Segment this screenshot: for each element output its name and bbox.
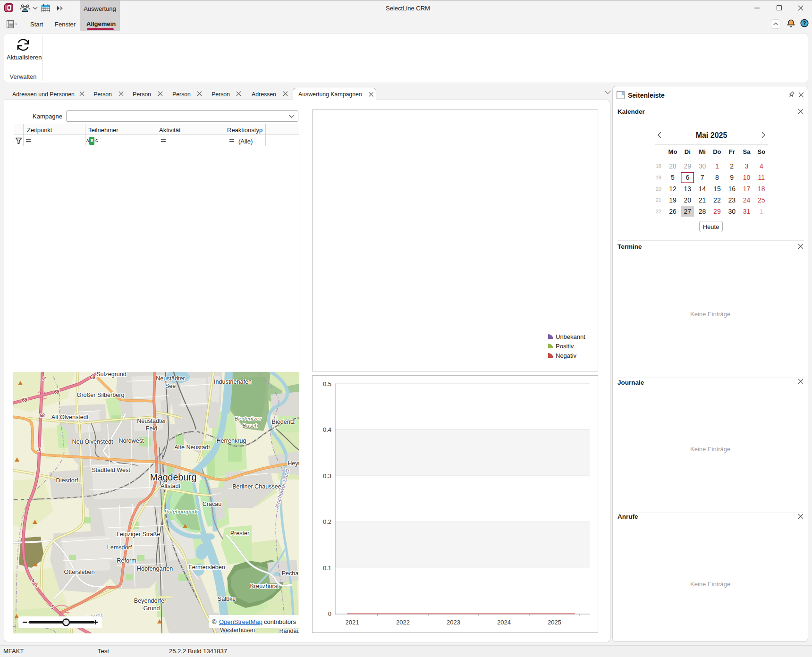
svg-text:19: 19 [669,196,677,204]
svg-text:13: 13 [684,185,692,193]
svg-text:Westerhüsen: Westerhüsen [220,627,255,633]
svg-text:Mo: Mo [668,148,677,155]
svg-text:Fr: Fr [729,148,735,155]
svg-text:2021: 2021 [346,619,359,626]
svg-text:68: 68 [54,389,59,395]
svg-text:Magdeburg: Magdeburg [150,472,197,482]
svg-text:21: 21 [699,196,706,204]
svg-text:20: 20 [656,186,661,192]
svg-text:26: 26 [669,208,677,215]
svg-text:20: 20 [684,196,692,204]
svg-text:Cracau: Cracau [203,501,222,507]
svg-text:27: 27 [684,208,692,215]
svg-text:Grund: Grund [143,605,160,612]
svg-text:28: 28 [699,208,706,215]
svg-text:Rotehornpark: Rotehornpark [164,509,198,514]
svg-text:Sulzegrund: Sulzegrund [96,372,127,378]
svg-text:22: 22 [713,196,721,204]
svg-text:0.4: 0.4 [323,426,331,433]
svg-text:10: 10 [743,174,751,181]
svg-text:18: 18 [656,163,661,169]
svg-text:Mi: Mi [699,148,705,155]
svg-text:30: 30 [728,208,736,215]
svg-text:Biederitz: Biederitz [272,419,295,425]
svg-text:©: © [212,618,217,625]
svg-text:15: 15 [713,185,721,193]
svg-text:3: 3 [745,162,749,170]
svg-text:1: 1 [715,162,719,170]
svg-text:2024: 2024 [497,619,511,626]
svg-text:7: 7 [701,174,704,181]
svg-text:16: 16 [728,185,736,193]
svg-text:Industriehafen: Industriehafen [214,379,252,385]
svg-text:21: 21 [656,197,661,203]
svg-text:25: 25 [758,196,765,204]
svg-text:28: 28 [669,162,677,170]
svg-text:Randau-Cal: Randau-Cal [279,628,299,633]
svg-text:Prester: Prester [230,530,250,537]
svg-text:23: 23 [728,196,736,204]
svg-text:30: 30 [699,162,706,170]
svg-text:18: 18 [758,185,765,193]
svg-text:Ottersleben: Ottersleben [64,569,94,575]
svg-text:4: 4 [31,578,34,583]
svg-text:Altstadt: Altstadt [161,483,181,489]
svg-text:0.2: 0.2 [323,518,331,525]
svg-text:Biederitzer: Biederitzer [235,415,262,422]
svg-text:See: See [165,383,176,389]
svg-text:Neu Olvenstedt: Neu Olvenstedt [72,438,113,445]
svg-text:Herrenkrug: Herrenkrug [217,438,246,444]
svg-text:Pechau: Pechau [282,570,299,577]
svg-text:Stadtfeld West: Stadtfeld West [92,467,130,473]
svg-text:Diesdorf: Diesdorf [56,477,78,484]
svg-text:19: 19 [656,175,661,180]
svg-text:Lemsdorf: Lemsdorf [107,544,132,551]
svg-text:OpenStreetMap: OpenStreetMap [219,618,262,625]
svg-text:11: 11 [758,174,765,181]
svg-text:Heyro: Heyro [288,460,299,467]
svg-text:24: 24 [743,196,751,204]
svg-text:Neustädter: Neustädter [137,418,166,424]
svg-text:68: 68 [39,413,45,418]
svg-text:6: 6 [685,174,689,181]
svg-text:Berliner Chaussee: Berliner Chaussee [232,483,281,490]
svg-text:Feld: Feld [146,425,158,432]
svg-text:Mai 2025: Mai 2025 [696,131,727,139]
svg-text:2022: 2022 [396,619,410,626]
svg-text:31: 31 [743,208,751,215]
svg-text:69: 69 [90,375,95,380]
svg-text:1: 1 [760,208,763,215]
svg-text:Nordwest: Nordwest [118,438,144,444]
svg-text:0.3: 0.3 [323,472,331,480]
svg-text:Busch: Busch [243,422,258,429]
svg-text:2: 2 [730,162,734,170]
svg-text:0.1: 0.1 [323,564,331,572]
svg-text:5: 5 [671,174,675,181]
svg-text:Fermersleben: Fermersleben [188,564,225,571]
svg-text:Leipziger Straße: Leipziger Straße [117,531,160,538]
svg-text:Salbke: Salbke [218,596,236,602]
svg-text:Alte Neustadt: Alte Neustadt [174,444,210,451]
svg-text:contributors: contributors [264,618,296,625]
svg-text:0.5: 0.5 [323,380,331,387]
svg-text:Sa: Sa [743,148,751,155]
svg-text:0: 0 [328,610,331,617]
svg-text:17: 17 [743,185,751,193]
svg-text:9: 9 [730,174,734,181]
svg-text:Großer Silberberg: Großer Silberberg [77,392,125,398]
svg-text:8: 8 [715,174,719,181]
svg-text:2023: 2023 [447,619,460,626]
svg-text:29: 29 [684,162,692,170]
svg-text:Neustädter: Neustädter [156,375,185,382]
svg-text:22: 22 [656,209,661,214]
svg-text:2025: 2025 [548,619,561,626]
svg-text:29: 29 [713,208,721,215]
svg-text:?: ? [803,20,806,26]
svg-text:Do: Do [713,148,721,155]
svg-text:2: 2 [42,376,46,381]
svg-text:Hopfengarten: Hopfengarten [137,565,173,572]
svg-text:Alt Olvenstedt: Alt Olvenstedt [51,414,89,421]
svg-text:4: 4 [34,583,38,588]
svg-text:4: 4 [760,162,763,170]
svg-text:68: 68 [22,397,27,403]
